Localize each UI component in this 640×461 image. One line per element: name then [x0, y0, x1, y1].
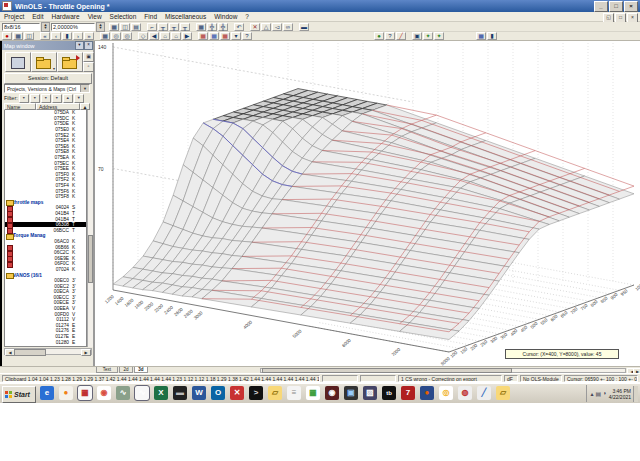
map-list-folder-row[interactable]: Torque Manag [5, 233, 86, 239]
menu-item-window[interactable]: Window [210, 13, 241, 20]
sidebar-option2-button[interactable]: ▫ [83, 62, 94, 72]
arrow-right-button[interactable]: ▶ [182, 32, 192, 40]
menu-item-find[interactable]: Find [140, 13, 161, 20]
menu-item-view[interactable]: View [84, 13, 106, 20]
scroll-right-icon[interactable]: ▶ [81, 349, 91, 356]
tools2-button[interactable]: ✦ [434, 32, 444, 40]
notepad-icon[interactable]: ≡ [287, 386, 301, 400]
folder-blue-icon[interactable]: ▱ [268, 386, 282, 400]
column2-button[interactable]: ╥ [169, 23, 179, 31]
last-button[interactable]: » [84, 32, 94, 40]
chevron-down-icon[interactable]: ▼ [80, 85, 89, 92]
map-list-row[interactable]: 01280E [5, 339, 86, 345]
undo-button[interactable]: ↶ [234, 23, 244, 31]
map-size-combo[interactable]: 8x8/16 [2, 23, 40, 31]
map-2d-view-button[interactable]: ◫ [120, 23, 130, 31]
close-button[interactable]: × [624, 1, 638, 12]
key-button[interactable]: ● [374, 32, 384, 40]
red-x-icon[interactable]: ✕ [230, 386, 244, 400]
grid-view-button[interactable]: ▦ [109, 23, 119, 31]
tray-icon-2[interactable]: ▤ [595, 390, 601, 397]
small-grid-button[interactable]: ▦ [196, 23, 206, 31]
home2-button[interactable]: ⌂ [171, 32, 181, 40]
current-button[interactable]: ▮ [62, 32, 72, 40]
corner-button[interactable]: ⌐ [147, 23, 157, 31]
column-sort-icon[interactable]: ▲ [80, 103, 90, 110]
winols-icon[interactable]: ▦ [78, 386, 92, 400]
menu-item-selection[interactable]: Selection [106, 13, 141, 20]
minimize-button[interactable]: _ [594, 1, 608, 12]
browser-orange-icon[interactable]: ● [59, 386, 73, 400]
column3-button[interactable]: ╥ [180, 23, 190, 31]
app-gray2-icon[interactable]: ∿ [135, 386, 149, 400]
camera-icon[interactable]: ◉ [325, 386, 339, 400]
record-button[interactable]: ● [2, 32, 12, 40]
open-project-button[interactable]: ▾ [31, 52, 57, 72]
map-size-spinner[interactable]: ▲▼ [41, 22, 50, 32]
menu-item-miscellaneous[interactable]: Miscellaneous [161, 13, 210, 20]
title-bar[interactable]: WinOLS - Throttle Opening * _□× [0, 0, 640, 12]
start-button[interactable]: Start [2, 386, 36, 403]
zoom-combo[interactable]: 2,00000% [51, 23, 95, 31]
minus-button[interactable]: ▬ [299, 23, 309, 31]
zoom-out-button[interactable]: ◎ [122, 32, 132, 40]
filter-1-button[interactable]: ▾ [19, 94, 29, 103]
column-address[interactable]: Address [36, 103, 80, 110]
import-file-button[interactable] [5, 52, 31, 72]
filter-5-button[interactable]: ▲ [63, 94, 73, 103]
filter-3-button[interactable]: ▾ [41, 94, 51, 103]
home-button[interactable]: ⌂ [160, 32, 170, 40]
zoom-spinner[interactable]: ▲▼ [96, 22, 105, 32]
monitor-button[interactable]: ▣ [412, 32, 422, 40]
map-red-button[interactable]: ▦ [198, 32, 208, 40]
column-button[interactable]: ╥ [158, 23, 168, 31]
window-button[interactable]: ◫ [24, 32, 34, 40]
media-grid-icon[interactable]: ▦ [306, 386, 320, 400]
chrome2-icon[interactable]: ◎ [439, 386, 453, 400]
sidebar-panel-header[interactable]: Map window ▾ × [2, 41, 93, 50]
tray-icon-3[interactable]: ◗ [603, 390, 607, 397]
map-list-folder-row[interactable]: throttle maps [5, 200, 86, 206]
console-icon[interactable]: > [249, 386, 263, 400]
zoom-in-button[interactable]: ◎ [111, 32, 121, 40]
grid-button[interactable]: ▦ [13, 32, 23, 40]
cut-button[interactable]: ✕ [250, 23, 260, 31]
photo-icon[interactable]: ▨ [363, 386, 377, 400]
list-scrollbar[interactable] [87, 110, 93, 347]
delta-button[interactable]: △ [261, 23, 271, 31]
open-version-button[interactable] [57, 52, 83, 72]
menu-item-project[interactable]: Project [0, 13, 28, 20]
taskbar-clock[interactable]: 3:46 PM4/22/2021 [609, 388, 631, 400]
first-button[interactable]: « [40, 32, 50, 40]
firefox-icon[interactable]: ● [420, 386, 434, 400]
bar-button[interactable]: ▮ [487, 32, 497, 40]
dropdown-button[interactable]: ▾ [231, 32, 241, 40]
chrome-icon[interactable]: ◉ [97, 386, 111, 400]
seven-icon[interactable]: 7 [401, 386, 415, 400]
what-button[interactable]: ? [385, 32, 395, 40]
arrow-left-button[interactable]: ◀ [149, 32, 159, 40]
list-scrollbar-thumb[interactable] [88, 235, 93, 283]
prev-button[interactable]: ‹ [51, 32, 61, 40]
tools-button[interactable]: ✦ [423, 32, 433, 40]
hash-button[interactable]: ╬ [207, 23, 217, 31]
pen-button[interactable]: ╱ [396, 32, 406, 40]
filter-6-button[interactable]: ▼ [74, 94, 84, 103]
ie-icon[interactable]: e [40, 386, 54, 400]
session-button[interactable]: Session: Default [4, 73, 92, 84]
word-icon[interactable]: W [192, 386, 206, 400]
filter-4-button[interactable]: ▾ [52, 94, 62, 103]
app-gray1-icon[interactable]: ∿ [116, 386, 130, 400]
dark-app-icon[interactable]: ▣ [344, 386, 358, 400]
help-button[interactable]: ? [242, 32, 252, 40]
menu-item-edit[interactable]: Edit [28, 13, 47, 20]
list-style-button[interactable]: ▦ [476, 32, 486, 40]
map-list-folder-row[interactable]: VANOS (16/1 [5, 272, 86, 278]
tray-icon-1[interactable]: ▴ [590, 390, 593, 397]
tree-mode-dropdown[interactable]: Projects, Versions & Maps (Ctrl▼ [4, 84, 90, 93]
tb-icon[interactable]: tb [382, 386, 396, 400]
play-button[interactable]: ◅ [272, 23, 282, 31]
column-name[interactable]: Name [4, 103, 36, 110]
sidebar-option1-button[interactable]: ▣ [83, 52, 94, 62]
next-button[interactable]: › [73, 32, 83, 40]
